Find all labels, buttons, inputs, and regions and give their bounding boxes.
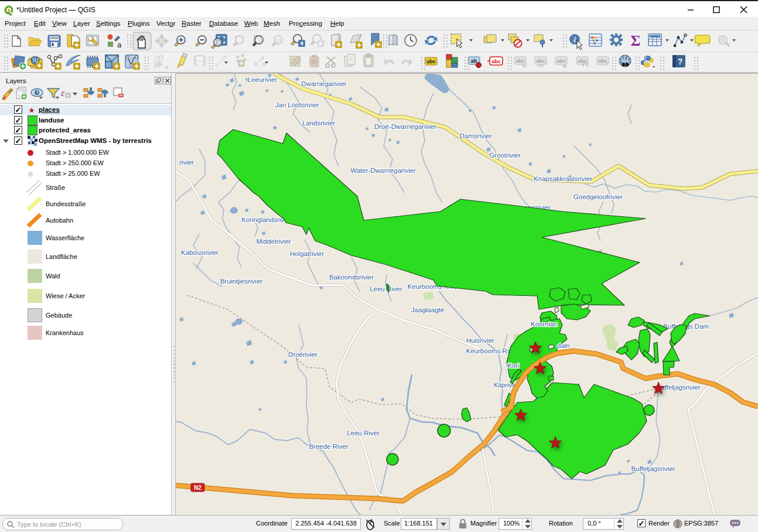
svg-text:Jaaglaagte: Jaaglaagte — [411, 306, 444, 313]
svg-text:a: a — [117, 40, 122, 49]
svg-text:rivier: rivier — [179, 159, 194, 166]
svg-text:Bruintjiesrivier: Bruintjiesrivier — [220, 278, 262, 285]
svg-text:Middelrivier: Middelrivier — [257, 238, 291, 245]
svg-text:?: ? — [678, 57, 683, 66]
svg-text:Kori: Kori — [507, 362, 519, 369]
svg-text:Bakoondsrivier: Bakoondsrivier — [329, 274, 374, 281]
svg-text:Breede River: Breede River — [309, 443, 348, 450]
svg-text:Jan Lootsrivier: Jan Lootsrivier — [275, 101, 319, 108]
svg-text:Damsrivier: Damsrivier — [460, 132, 492, 139]
svg-text:Droërivier: Droërivier — [288, 351, 317, 358]
svg-text:1:1: 1:1 — [275, 38, 281, 42]
svg-text:daln: daln — [557, 342, 570, 349]
svg-text:ε: ε — [61, 88, 65, 98]
svg-text:Σ: Σ — [631, 32, 641, 49]
svg-text:i: i — [573, 35, 576, 44]
svg-text:Koornlan: Koornlan — [531, 320, 558, 328]
svg-text:Buffeljagsrivier: Buffeljagsrivier — [631, 465, 675, 472]
svg-text:Huisrivier: Huisrivier — [466, 337, 494, 344]
svg-text:ab: ab — [471, 58, 477, 64]
svg-text:Kabousrivier: Kabousrivier — [181, 249, 218, 256]
svg-text:Leeu River: Leeu River — [347, 429, 380, 436]
svg-text:Holgatrivier: Holgatrivier — [290, 250, 324, 257]
svg-text:Droë-Dwarriegarivier: Droë-Dwarriegarivier — [374, 123, 436, 130]
svg-text:Leeurivier: Leeurivier — [248, 76, 278, 83]
svg-text:Knapsakkraalsrivier: Knapsakkraalsrivier — [534, 175, 593, 182]
svg-text:N2: N2 — [194, 485, 202, 491]
svg-text:abc: abc — [491, 59, 501, 64]
svg-text:Goedgeloofrivier: Goedgeloofrivier — [573, 193, 623, 200]
svg-text:Leeu River: Leeu River — [370, 285, 402, 292]
svg-text:Grootrivier: Grootrivier — [489, 152, 521, 159]
svg-text:Landsrivier: Landsrivier — [302, 120, 335, 127]
svg-text:Water-Dwarriegarivier: Water-Dwarriegarivier — [350, 167, 416, 174]
svg-text:Dwarriegarivier: Dwarriegarivier — [301, 80, 346, 87]
